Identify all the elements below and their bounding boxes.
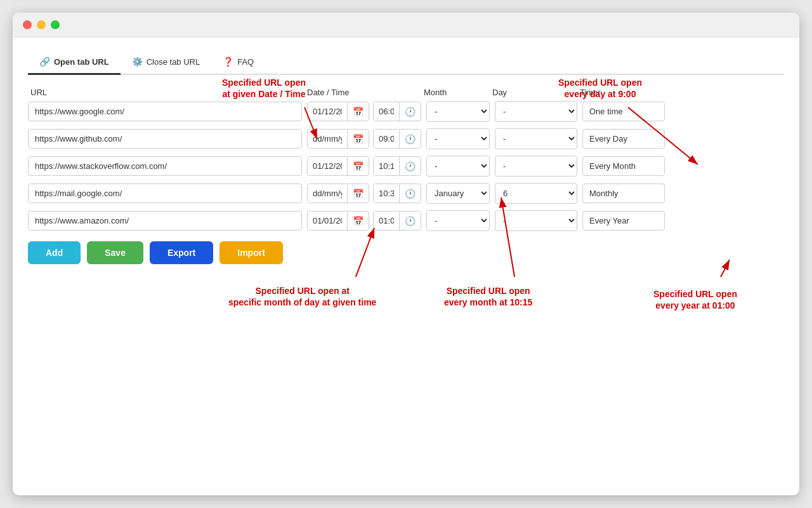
time-picker-btn-2[interactable]: 🕐 [399,130,421,148]
time-picker-btn-1[interactable]: 🕐 [399,103,421,121]
import-button[interactable]: Import [219,241,283,264]
time-cell-5: 🕐 [373,211,421,231]
month-select-1[interactable]: -JanuaryFebruaryMarch [426,101,490,122]
datetime-group-2: 📅 🕐 [307,129,421,149]
date-picker-btn-2[interactable]: 📅 [347,130,369,148]
minimize-dot[interactable] [37,20,46,29]
date-input-3[interactable] [308,157,347,175]
timer-display-3: Every Month [582,156,665,176]
col-timer: Timer [580,88,662,97]
date-picker-btn-4[interactable]: 📅 [347,185,369,203]
date-input-2[interactable] [308,130,347,148]
date-picker-btn-5[interactable]: 📅 [347,212,369,230]
time-cell-1: 🕐 [373,102,421,121]
tab-close-url[interactable]: ⚙️ Close tab URL [121,50,212,75]
timer-display-2: Every Day [582,129,665,149]
date-input-1[interactable] [308,102,347,121]
day-select-1[interactable]: -126 [495,101,577,122]
tab-faq-label: FAQ [237,57,254,67]
month-select-5[interactable]: -January [426,210,490,231]
table-row: 📅 🕐 -JanuaryFebruaryMarch -126 One time [28,101,784,122]
timer-display-4: Monthly [582,184,665,203]
date-input-5[interactable] [308,211,347,230]
time-cell-4: 🕐 [373,184,421,203]
app-window: 🔗 Open tab URL ⚙️ Close tab URL ❓ FAQ UR… [13,13,799,495]
annotation-5: Specified URL open every year at 01:00 [653,288,737,311]
add-button[interactable]: Add [28,241,81,264]
time-picker-btn-5[interactable]: 🕐 [399,212,421,230]
time-cell-3: 🕐 [373,156,421,176]
col-day: Day [492,88,575,97]
datetime-group-3: 📅 🕐 [307,156,421,176]
annotation-3: Specified URL open every month at 10:15 [444,285,532,308]
time-input-2[interactable] [374,130,399,148]
time-input-5[interactable] [374,211,399,230]
tab-close-label: Close tab URL [147,57,200,67]
url-input-3[interactable] [28,156,302,176]
close-tab-icon: ⚙️ [132,57,143,67]
url-input-2[interactable] [28,129,302,149]
table-header: URL Date / Time Month Day Timer [28,88,784,97]
export-button[interactable]: Export [150,241,213,264]
date-cell-2: 📅 [307,129,369,149]
url-input-4[interactable] [28,184,302,203]
col-datetime: Date / Time [304,88,419,97]
time-input-4[interactable] [374,184,399,203]
main-content: 🔗 Open tab URL ⚙️ Close tab URL ❓ FAQ UR… [13,37,799,277]
tab-bar: 🔗 Open tab URL ⚙️ Close tab URL ❓ FAQ [28,50,784,75]
month-select-2[interactable]: -January [426,128,490,149]
col-month: Month [424,88,487,97]
time-picker-btn-4[interactable]: 🕐 [399,185,421,203]
table-row: 📅 🕐 -January -1 Every Month [28,156,784,177]
save-button[interactable]: Save [87,241,143,264]
time-input-1[interactable] [374,102,399,121]
table-row: 📅 🕐 -January -1 Every Day [28,128,784,149]
timer-display-5: Every Year [582,211,665,231]
faq-icon: ❓ [223,57,233,67]
datetime-group-4: 📅 🕐 [307,184,421,203]
action-buttons: Add Save Export Import [28,241,784,264]
day-select-2[interactable]: -1 [495,128,577,149]
timer-display-1: One time [582,102,665,121]
datetime-group-1: 📅 🕐 [307,102,421,121]
day-select-4[interactable]: -123456 [495,183,577,204]
date-cell-1: 📅 [307,102,369,121]
day-select-5[interactable]: -1 [495,210,577,231]
date-cell-3: 📅 [307,156,369,176]
tab-open-label: Open tab URL [54,57,109,67]
time-picker-btn-3[interactable]: 🕐 [399,157,421,175]
table-row: 📅 🕐 -JanuaryFebruary -123456 Monthly [28,183,784,204]
date-picker-btn-3[interactable]: 📅 [347,157,369,175]
close-dot[interactable] [23,20,32,29]
date-cell-5: 📅 [307,211,369,231]
svg-line-3 [501,197,520,277]
datetime-group-5: 📅 🕐 [307,211,421,231]
month-select-3[interactable]: -January [426,156,490,177]
tab-faq[interactable]: ❓ FAQ [211,50,265,75]
date-picker-btn-1[interactable]: 📅 [347,103,369,121]
titlebar [13,13,799,37]
date-input-4[interactable] [308,184,347,203]
time-cell-2: 🕐 [373,129,421,149]
maximize-dot[interactable] [51,20,60,29]
annotation-4: Specified URL open at specific month of … [228,285,376,308]
tab-open-url[interactable]: 🔗 Open tab URL [28,50,121,75]
month-select-4[interactable]: -JanuaryFebruary [426,183,490,204]
url-input-1[interactable] [28,102,302,121]
url-input-5[interactable] [28,211,302,231]
day-select-3[interactable]: -1 [495,156,577,177]
table-row: 📅 🕐 -January -1 Every Year [28,210,784,231]
date-cell-4: 📅 [307,184,369,203]
open-tab-icon: 🔗 [39,57,50,67]
time-input-3[interactable] [374,157,399,175]
col-url: URL [30,88,299,97]
